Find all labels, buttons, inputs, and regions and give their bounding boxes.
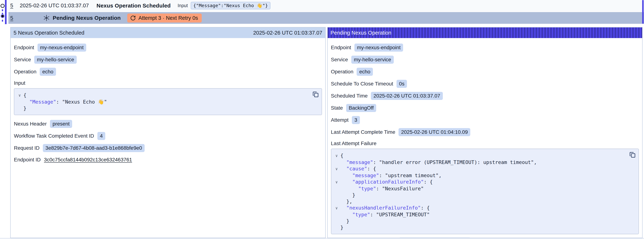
last-attempt-failure-label: Last Attempt Failure [331, 140, 639, 146]
event-row-pending-selected[interactable]: 5 Pending Nexus Operation Attempt 3 · Ne… [8, 12, 644, 24]
field-label: Service [14, 57, 31, 62]
event-id-link[interactable]: 5 [10, 15, 16, 21]
timeline-node-current-icon [0, 14, 4, 18]
field-label: Request ID [14, 145, 40, 151]
scheduled-card-timestamp: 2025-02-26 UTC 01:03:37.07 [253, 30, 322, 36]
field-label: Service [331, 57, 348, 62]
code-line: } [333, 192, 626, 198]
field-operation: Operation echo [331, 68, 639, 76]
code-line: "message": "upstream timeout", [333, 172, 626, 178]
field-operation: Operation echo [14, 68, 322, 76]
event-row-scheduled[interactable]: 5 2025-02-26 UTC 01:03:37.07 Nexus Opera… [8, 0, 644, 11]
field-value-chip: my-hello-service [34, 56, 77, 64]
code-line: "type": "NexusFailure" [333, 186, 626, 192]
field-endpoint: Endpoint my-nexus-endpoint [331, 44, 639, 52]
pending-operation-card: Pending Nexus Operation Endpoint my-nexu… [327, 27, 643, 238]
scrollbar-thumb[interactable] [642, 0, 644, 24]
code-line: ∨ "nexusHandlerFailureInfo": { [333, 204, 626, 211]
field-value-chip: my-hello-service [351, 56, 394, 64]
field-value-chip: present [50, 120, 72, 128]
code-line: "message": "handler error (UPSTREAM_TIME… [333, 159, 626, 166]
field-label: Endpoint [331, 45, 351, 50]
field-label: Endpoint ID [14, 157, 41, 163]
input-json-block: ∨{ "Message": "Nexus Echo 👋" } [14, 88, 322, 115]
code-line: } [16, 105, 309, 112]
code-line: } [333, 218, 626, 224]
code-line: "Message": "Nexus Echo 👋" [16, 99, 309, 105]
timeline-bar [5, 0, 6, 24]
input-preview-chip: {"Message":"Nexus Echo 👋"} [191, 2, 270, 9]
retry-badge-text: Attempt 3 · Next Retry 0s [138, 15, 198, 21]
field-value-chip: 2025-02-26 UTC 01:04:10.09 [398, 128, 470, 136]
scheduled-card-title: 5 Nexus Operation Scheduled [14, 30, 84, 36]
field-service: Service my-hello-service [331, 56, 639, 64]
field-state: State BackingOff [331, 104, 639, 112]
field-label: Operation [14, 69, 36, 75]
field-value-chip: my-nexus-endpoint [38, 44, 86, 52]
code-line: ∨{ [16, 92, 309, 99]
field-attempt: Attempt 3 [331, 116, 639, 124]
field-scheduled-time: Scheduled Time 2025-02-26 UTC 01:03:37.0… [331, 92, 639, 100]
pending-event-name: Pending Nexus Operation [53, 15, 121, 21]
field-label: Endpoint [14, 45, 34, 50]
field-value-chip: 0s [396, 80, 407, 88]
collapse-chevron-icon[interactable]: ∨ [333, 205, 340, 211]
event-name: Nexus Operation Scheduled [96, 2, 170, 9]
event-timestamp: 2025-02-26 UTC 01:03:37.07 [20, 2, 89, 8]
scheduled-card-body: Endpoint my-nexus-endpoint Service my-he… [10, 38, 325, 238]
field-value-chip: 3e829b7e-7d67-4b08-aad3-b1e868bfe9e0 [43, 144, 144, 152]
pending-card-header: Pending Nexus Operation [328, 28, 642, 38]
event-id-link[interactable]: 5 [10, 2, 16, 8]
scheduled-card-header: 5 Nexus Operation Scheduled 2025-02-26 U… [10, 28, 325, 38]
code-line: ∨ "applicationFailureInfo": { [333, 178, 626, 186]
field-schedule-to-close-timeout: Schedule To Close Timeout 0s [331, 80, 639, 88]
copy-icon[interactable] [312, 91, 319, 98]
pending-asterisk-icon [43, 15, 50, 21]
copy-icon[interactable] [629, 152, 636, 158]
bottom-divider [0, 238, 644, 238]
code-line: }, [333, 198, 626, 204]
input-label: Input [178, 3, 188, 8]
scheduled-event-card: 5 Nexus Operation Scheduled 2025-02-26 U… [10, 27, 326, 238]
field-endpoint: Endpoint my-nexus-endpoint [14, 44, 322, 52]
field-value-chip: 3 [352, 116, 360, 124]
endpoint-id-link[interactable]: 3c0c75ccfa8144b092c13ce632463761 [44, 157, 132, 163]
field-value-chip: 2025-02-26 UTC 01:03:37.07 [371, 92, 443, 100]
input-section-label: Input [14, 80, 322, 86]
code-line: ∨ "cause": { [333, 166, 626, 172]
field-value-chip: BackingOff [346, 104, 376, 112]
pending-card-body: Endpoint my-nexus-endpoint Service my-he… [328, 38, 642, 238]
field-value-chip: my-nexus-endpoint [354, 44, 403, 52]
code-line: "type": "UPSTREAM_TIMEOUT" [333, 211, 626, 218]
field-endpoint-id: Endpoint ID 3c0c75ccfa8144b092c13ce63246… [14, 156, 322, 164]
field-label: Attempt [331, 117, 348, 123]
field-value-chip: 4 [98, 132, 106, 140]
field-label: Operation [331, 69, 354, 75]
field-label: Workflow Task Completed Event ID [14, 133, 94, 139]
field-request-id: Request ID 3e829b7e-7d67-4b08-aad3-b1e86… [14, 144, 322, 152]
field-label: Schedule To Close Timeout [331, 81, 393, 87]
field-service: Service my-hello-service [14, 56, 322, 64]
code-line: } [333, 224, 626, 230]
field-nexus-header: Nexus Header present [14, 120, 322, 128]
retry-icon [130, 15, 136, 21]
pending-card-title: Pending Nexus Operation [330, 30, 392, 36]
collapse-chevron-icon[interactable]: ∨ [333, 152, 340, 159]
field-label: Nexus Header [14, 121, 47, 127]
field-label: State [331, 105, 343, 111]
field-label: Scheduled Time [331, 93, 368, 99]
timeline-node-open-icon [0, 4, 4, 8]
field-last-attempt-complete-time: Last Attempt Complete Time 2025-02-26 UT… [331, 128, 639, 136]
field-workflow-task-completed-event-id: Workflow Task Completed Event ID 4 [14, 132, 322, 140]
collapse-chevron-icon[interactable]: ∨ [16, 92, 24, 99]
retry-status-badge: Attempt 3 · Next Retry 0s [127, 14, 202, 22]
collapse-chevron-icon[interactable]: ∨ [333, 166, 340, 172]
code-line: ∨{ [333, 152, 626, 159]
failure-json-block: ∨{ "message": "handler error (UPSTREAM_T… [331, 148, 639, 234]
collapse-chevron-icon[interactable]: ∨ [333, 179, 340, 186]
field-value-chip: echo [356, 68, 373, 76]
field-value-chip: echo [40, 68, 56, 76]
field-label: Last Attempt Complete Time [331, 129, 396, 135]
event-detail-panels: 5 Nexus Operation Scheduled 2025-02-26 U… [10, 27, 642, 238]
